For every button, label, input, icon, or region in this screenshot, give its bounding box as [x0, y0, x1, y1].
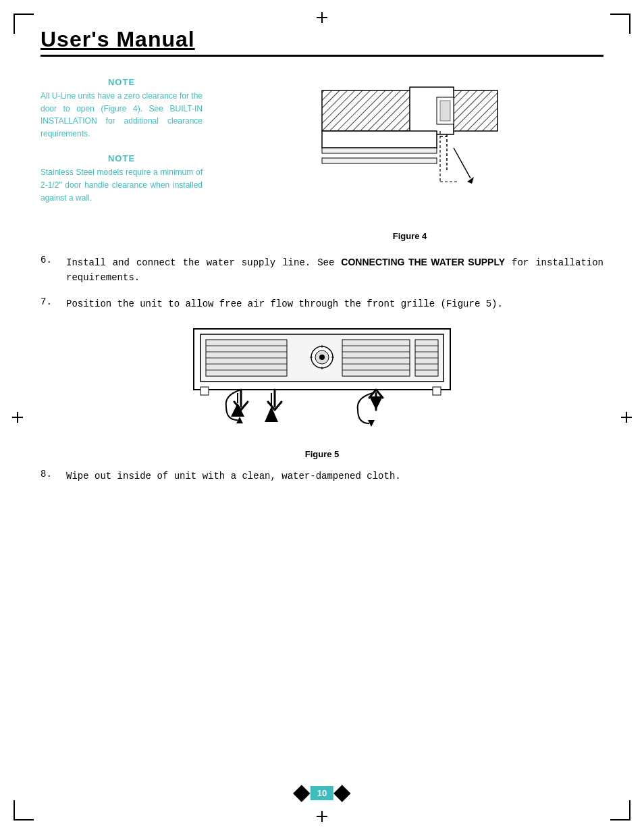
corner-mark-tr [610, 14, 630, 34]
page-number-area: 10 [296, 786, 348, 800]
figure4-label: Figure 4 [393, 231, 427, 241]
corner-mark-br [610, 800, 630, 820]
list-text-8: Wipe out inside of unit with a clean, wa… [66, 469, 401, 484]
svg-point-25 [319, 355, 325, 360]
header-divider [41, 55, 603, 57]
crosshair-left [12, 412, 23, 423]
crosshair-bottom [317, 811, 327, 822]
list-num-6: 6. [41, 255, 57, 265]
svg-rect-42 [200, 387, 209, 395]
note1-title: NOTE [41, 77, 203, 87]
list-item-7: 7. Position the unit to allow free air f… [41, 296, 603, 311]
figure5-area: Figure 5 [41, 322, 603, 459]
svg-rect-14 [322, 158, 437, 163]
note-block-2: NOTE Stainless Steel models require a mi… [41, 153, 203, 204]
figure5-svg [180, 322, 464, 444]
figure4-svg [315, 84, 504, 226]
note2-title: NOTE [41, 153, 203, 163]
diamond-right-icon [334, 785, 351, 802]
svg-rect-5 [440, 101, 450, 121]
svg-rect-43 [433, 387, 441, 395]
svg-rect-6 [322, 131, 437, 148]
figure5-label: Figure 5 [305, 449, 340, 459]
list-text-7: Position the unit to allow free air flow… [66, 296, 503, 311]
note-block-1: NOTE All U-Line units have a zero cleara… [41, 77, 203, 140]
numbered-list-2: 8. Wipe out inside of unit with a clean,… [41, 469, 603, 484]
svg-line-11 [454, 148, 471, 178]
crosshair-right [621, 412, 632, 423]
crosshair-top [317, 12, 327, 23]
diamond-left-icon [293, 785, 310, 802]
corner-mark-tl [14, 14, 34, 34]
corner-mark-bl [14, 800, 34, 820]
numbered-list: 6. Install and connect the water supply … [41, 255, 603, 311]
content-area-top: NOTE All U-Line units have a zero cleara… [41, 77, 603, 241]
page-number: 10 [311, 786, 333, 800]
list-item-6: 6. Install and connect the water supply … [41, 255, 603, 286]
page: User's Manual NOTE All U-Line units have… [0, 0, 644, 834]
list-num-8: 8. [41, 469, 57, 479]
note1-text: All U-Line units have a zero clearance f… [41, 90, 203, 140]
notes-column: NOTE All U-Line units have a zero cleara… [41, 77, 203, 241]
svg-rect-13 [322, 148, 437, 153]
list-item-8: 8. Wipe out inside of unit with a clean,… [41, 469, 603, 484]
figure4-area: Figure 4 [315, 84, 504, 241]
figure4-column: Figure 4 [216, 77, 603, 241]
note2-text: Stainless Steel models require a minimum… [41, 166, 203, 204]
page-title: User's Manual [41, 27, 603, 52]
list-num-7: 7. [41, 296, 57, 307]
page-header: User's Manual [41, 27, 603, 72]
svg-rect-2 [450, 90, 498, 131]
list-text-6: Install and connect the water supply lin… [66, 255, 603, 286]
